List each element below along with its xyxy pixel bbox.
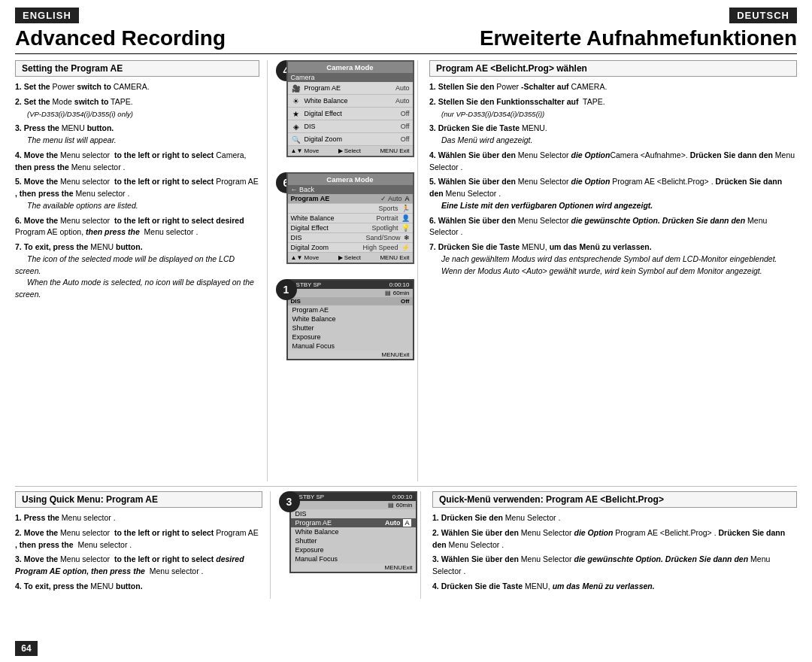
list-item: 7. To exit, press the MENU button. The i… bbox=[15, 241, 259, 301]
menu-row: White Balance Portrait 👤 bbox=[288, 214, 413, 223]
titles-row: Advanced Recording Erweiterte Aufnahmefu… bbox=[15, 26, 797, 54]
lcd-battery-2: ▤ 60min bbox=[291, 501, 416, 509]
menu-value: Auto bbox=[395, 97, 410, 105]
list-item: 5. Move the Menu selector to the left or… bbox=[15, 176, 259, 211]
camera-menu-diagram-2: 6 Camera Mode ← Back Program AE ✓ Auto A… bbox=[286, 172, 414, 264]
row-label: Shutter bbox=[292, 324, 314, 332]
lcd-diagram-1: 1 ■ STBY SP 0:00:10 ▤ 60min DIS Off Prog… bbox=[286, 279, 414, 360]
list-item: 4. To exit, press the MENU button. bbox=[15, 581, 262, 593]
list-item: 2. Move the Menu selector to the left or… bbox=[15, 527, 262, 551]
steps-list-bottom-right: 1. Drücken Sie den Menu Selector . 2. Wä… bbox=[432, 512, 797, 593]
lcd-top: ■ STBY SP 0:00:10 bbox=[288, 281, 413, 289]
row-label: White Balance bbox=[292, 315, 336, 323]
list-item: 6. Wählen Sie über den Menu Selector die… bbox=[429, 215, 797, 239]
page-title-left: Advanced Recording bbox=[15, 26, 226, 50]
menu-label: Digital Zoom bbox=[304, 135, 398, 143]
battery-label: ▤ 60min bbox=[385, 290, 409, 296]
list-item: 1. Drücken Sie den Menu Selector . bbox=[432, 512, 797, 524]
lcd-menu-row: Manual Focus bbox=[288, 342, 413, 351]
lcd-menu-row: Exposure bbox=[291, 545, 416, 554]
section-header-left: Setting the Program AE bbox=[15, 60, 259, 77]
list-item: 4. Wählen Sie über den Menu Selector die… bbox=[429, 150, 797, 174]
step-circle-1: 1 bbox=[276, 279, 297, 300]
center-column: 4 Camera Mode Camera 🎥 Program AE Auto ☀… bbox=[268, 60, 418, 481]
section-header-bottom-right: Quick-Menü verwenden: Program AE <Belich… bbox=[432, 491, 797, 508]
steps-list-right: 1. Stellen Sie den Power -Schalter auf C… bbox=[429, 81, 797, 277]
wb-icon: ☀ bbox=[291, 96, 301, 106]
lcd-footer: MENU Exit bbox=[288, 351, 413, 359]
menu-row: ◈ DIS Off bbox=[288, 120, 413, 133]
right-column: Program AE <Belicht.Prog> wählen 1. Stel… bbox=[418, 60, 797, 481]
list-item: 3. Wählen Sie über den Menu Selector die… bbox=[432, 554, 797, 578]
page-title-right: Erweiterte Aufnahmefunktionen bbox=[480, 26, 797, 50]
bottom-right-section: Quick-Menü verwenden: Program AE <Belich… bbox=[421, 491, 797, 599]
menu-value: Off bbox=[401, 123, 410, 130]
menu-value: Spotlight bbox=[371, 224, 398, 232]
menu-row: Sports 🏃 bbox=[288, 204, 413, 214]
menu-row: 🔍 Digital Zoom Off bbox=[288, 133, 413, 146]
row-label: DIS bbox=[295, 510, 307, 518]
lcd-footer-2: MENU Exit bbox=[291, 563, 416, 572]
lcd-menu-row: Shutter bbox=[291, 536, 416, 545]
menu-row: ★ Digital Effect Off bbox=[288, 108, 413, 120]
lcd-menu-row: Shutter bbox=[288, 323, 413, 333]
list-item: 1. Set the Power switch to CAMERA. bbox=[15, 81, 259, 93]
menu-row: 🎥 Program AE Auto bbox=[288, 82, 413, 95]
spotlight-icon: 💡 bbox=[401, 224, 410, 232]
menu-row: DIS Sand/Snow ❄ bbox=[288, 233, 413, 243]
battery-label-2: ▤ 60min bbox=[388, 502, 412, 509]
lcd-battery: ▤ 60min bbox=[288, 289, 413, 297]
menu-label: Program AE bbox=[291, 195, 377, 202]
header: ENGLISH DEUTSCH bbox=[15, 8, 797, 23]
zoom-icon: 🔍 bbox=[291, 134, 301, 144]
list-item: 3. Drücken Sie die Taste MENU. Das Menü … bbox=[429, 123, 797, 147]
footer-select: ▶ Select bbox=[338, 254, 361, 261]
camera-menu-diagram-1: 4 Camera Mode Camera 🎥 Program AE Auto ☀… bbox=[286, 60, 414, 157]
footer-move: ▲▼ Move bbox=[291, 254, 320, 261]
program-ae-icon: 🎥 bbox=[291, 83, 301, 93]
menu-label: DIS bbox=[304, 123, 398, 130]
dis-icon: ◈ bbox=[291, 121, 301, 132]
effect-icon: ★ bbox=[291, 108, 301, 119]
step-circle-3: 3 bbox=[279, 491, 300, 512]
lcd-menu-row-dis: DIS bbox=[291, 509, 416, 518]
portrait-icon: 👤 bbox=[401, 214, 410, 222]
menu-value: Portrait bbox=[376, 214, 398, 222]
page: ENGLISH DEUTSCH Advanced Recording Erwei… bbox=[0, 0, 812, 662]
menu-subtitle: Camera bbox=[288, 73, 413, 82]
lang-badge-english: ENGLISH bbox=[15, 8, 79, 23]
menu-row: Digital Zoom High Speed ⚡ bbox=[288, 243, 413, 253]
lcd-screen-2: ■ STBY SP 0:00:10 ▤ 60min DIS Program AE… bbox=[289, 491, 417, 573]
dis-value: Off bbox=[401, 298, 410, 305]
menu-footer-2: ▲▼ Move ▶ Select MENU Exit bbox=[288, 253, 413, 263]
list-item: 5. Wählen Sie über den Menu Selector die… bbox=[429, 176, 797, 211]
menu-title: Camera Mode bbox=[288, 62, 413, 73]
list-item: 4. Move the Menu selector to the left or… bbox=[15, 150, 259, 174]
lcd-time: 0:00:10 bbox=[389, 281, 410, 288]
left-column: Setting the Program AE 1. Set the Power … bbox=[15, 60, 268, 481]
menu-value: Auto bbox=[395, 84, 410, 92]
lcd-diagram-2: 3 ■ STBY SP 0:00:10 ▤ 60min DIS Program … bbox=[289, 491, 417, 573]
exit-label: Exit bbox=[399, 351, 409, 358]
list-item: 2. Wählen Sie über den Menu Selector die… bbox=[432, 527, 797, 551]
row-label: Program AE bbox=[292, 306, 329, 314]
lcd-menu-row-active: Program AE Auto A bbox=[291, 518, 416, 527]
menu-value: Off bbox=[401, 110, 410, 117]
menu-value: Sand/Snow bbox=[365, 234, 400, 241]
menu-row: Digital Effect Spotlight 💡 bbox=[288, 223, 413, 233]
menu-label: MENU bbox=[382, 351, 400, 358]
footer-exit: MENU Exit bbox=[380, 254, 409, 261]
lcd-dis-row: DIS Off bbox=[288, 297, 413, 305]
row-label: Exposure bbox=[295, 546, 324, 554]
row-label: Manual Focus bbox=[295, 555, 338, 563]
lcd-menu-row: White Balance bbox=[288, 314, 413, 323]
lcd-time-2: 0:00:10 bbox=[392, 493, 413, 500]
lcd-screen-1: ■ STBY SP 0:00:10 ▤ 60min DIS Off Progra… bbox=[286, 279, 414, 360]
bottom-center-diagrams: 3 ■ STBY SP 0:00:10 ▤ 60min DIS Program … bbox=[271, 491, 421, 599]
row-label: White Balance bbox=[295, 528, 339, 536]
active-val: Auto bbox=[385, 519, 401, 527]
menu-label: Digital Effect bbox=[304, 110, 398, 117]
menu-footer: ▲▼ Move ▶ Select MENU Exit bbox=[288, 146, 413, 156]
footer-exit: MENU Exit bbox=[380, 147, 409, 154]
steps-list-left: 1. Set the Power switch to CAMERA. 2. Se… bbox=[15, 81, 259, 301]
